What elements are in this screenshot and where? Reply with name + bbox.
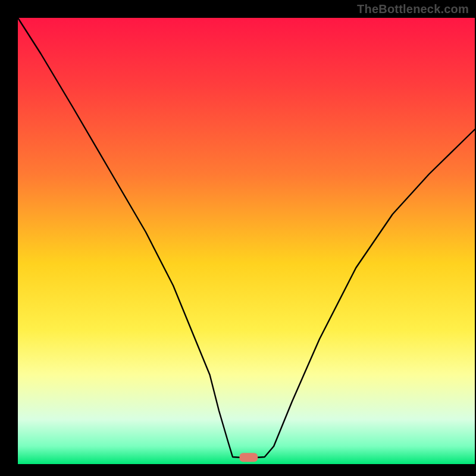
- bottleneck-chart: [0, 0, 476, 476]
- chart-container: TheBottleneck.com: [0, 0, 476, 476]
- optimal-marker: [239, 453, 258, 462]
- plot-background: [18, 18, 475, 464]
- watermark-text: TheBottleneck.com: [357, 2, 469, 16]
